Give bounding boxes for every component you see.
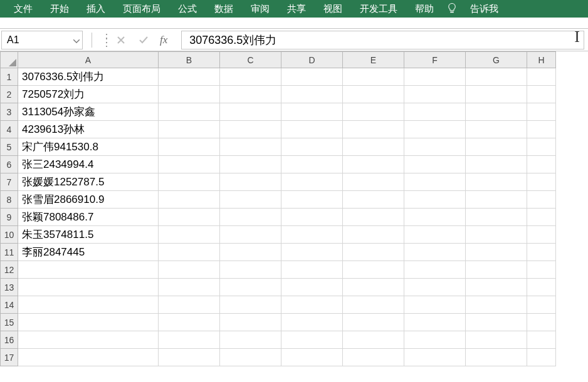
cell-H10[interactable] [527,226,556,244]
cell-H15[interactable] [527,314,556,331]
fx-label[interactable]: fx [160,34,167,46]
cell-G5[interactable] [466,138,527,156]
cell-B13[interactable] [159,279,220,296]
select-all-corner[interactable] [1,52,18,68]
cell-E10[interactable] [343,226,404,244]
cell-F10[interactable] [404,226,466,244]
ribbon-tab-0[interactable]: 文件 [5,0,41,18]
cell-A7[interactable]: 张媛媛1252787.5 [18,173,159,191]
col-header-B[interactable]: B [159,52,220,68]
cell-G4[interactable] [466,121,527,138]
cell-D4[interactable] [281,121,343,138]
cell-F9[interactable] [404,209,466,226]
cell-F15[interactable] [404,314,466,331]
cell-H13[interactable] [527,279,556,296]
cell-A13[interactable] [18,279,159,296]
cell-C4[interactable] [220,121,281,138]
cell-H3[interactable] [527,103,556,121]
cell-A1[interactable]: 3076336.5刘伟力 [18,68,159,86]
cell-A10[interactable]: 朱玉3574811.5 [18,226,159,244]
cell-B9[interactable] [159,209,220,226]
cell-H8[interactable] [527,191,556,209]
formula-input[interactable] [189,33,576,46]
cell-D5[interactable] [281,138,343,156]
row-header-3[interactable]: 3 [1,103,18,121]
cell-D10[interactable] [281,226,343,244]
cell-F3[interactable] [404,103,466,121]
row-header-11[interactable]: 11 [1,244,18,261]
tell-me-tab[interactable]: 告诉我 [461,0,507,18]
cell-A17[interactable] [18,349,159,366]
cell-E1[interactable] [343,68,404,86]
row-header-5[interactable]: 5 [1,138,18,156]
cell-C14[interactable] [220,296,281,314]
cell-C3[interactable] [220,103,281,121]
cell-A6[interactable]: 张三2434994.4 [18,156,159,173]
cell-E11[interactable] [343,244,404,261]
cell-C2[interactable] [220,86,281,103]
cell-F7[interactable] [404,173,466,191]
cell-D6[interactable] [281,156,343,173]
cell-E8[interactable] [343,191,404,209]
cell-C8[interactable] [220,191,281,209]
row-header-6[interactable]: 6 [1,156,18,173]
cell-C10[interactable] [220,226,281,244]
cell-F4[interactable] [404,121,466,138]
col-header-D[interactable]: D [281,52,343,68]
cell-B1[interactable] [159,68,220,86]
cell-E2[interactable] [343,86,404,103]
cell-E16[interactable] [343,331,404,349]
cell-E14[interactable] [343,296,404,314]
cell-B2[interactable] [159,86,220,103]
col-header-C[interactable]: C [220,52,281,68]
row-header-12[interactable]: 12 [1,261,18,279]
cell-A16[interactable] [18,331,159,349]
cell-D12[interactable] [281,261,343,279]
cell-D13[interactable] [281,279,343,296]
cancel-icon[interactable] [115,34,127,46]
cell-A14[interactable] [18,296,159,314]
cell-F2[interactable] [404,86,466,103]
row-header-4[interactable]: 4 [1,121,18,138]
cell-G16[interactable] [466,331,527,349]
ribbon-tab-1[interactable]: 开始 [41,0,78,18]
cell-H5[interactable] [527,138,556,156]
cell-F6[interactable] [404,156,466,173]
row-header-14[interactable]: 14 [1,296,18,314]
cell-F13[interactable] [404,279,466,296]
cell-H7[interactable] [527,173,556,191]
cell-C13[interactable] [220,279,281,296]
cell-G17[interactable] [466,349,527,366]
row-header-8[interactable]: 8 [1,191,18,209]
cell-H4[interactable] [527,121,556,138]
cell-B6[interactable] [159,156,220,173]
cell-C17[interactable] [220,349,281,366]
cell-G13[interactable] [466,279,527,296]
cell-H12[interactable] [527,261,556,279]
cell-G6[interactable] [466,156,527,173]
cell-B10[interactable] [159,226,220,244]
cell-A3[interactable]: 3113054孙家鑫 [18,103,159,121]
cell-G10[interactable] [466,226,527,244]
ribbon-tab-10[interactable]: 帮助 [406,0,443,18]
cell-D17[interactable] [281,349,343,366]
ribbon-tab-6[interactable]: 审阅 [242,0,278,18]
cell-F1[interactable] [404,68,466,86]
cell-E4[interactable] [343,121,404,138]
cell-A2[interactable]: 7250572刘力 [18,86,159,103]
cell-E13[interactable] [343,279,404,296]
cell-H17[interactable] [527,349,556,366]
cell-H9[interactable] [527,209,556,226]
cell-A9[interactable]: 张颖7808486.7 [18,209,159,226]
cell-D2[interactable] [281,86,343,103]
cell-B12[interactable] [159,261,220,279]
cell-G12[interactable] [466,261,527,279]
cell-B5[interactable] [159,138,220,156]
cell-B3[interactable] [159,103,220,121]
ribbon-tab-7[interactable]: 共享 [278,0,315,18]
cell-D1[interactable] [281,68,343,86]
cell-C12[interactable] [220,261,281,279]
cell-B8[interactable] [159,191,220,209]
col-header-H[interactable]: H [527,52,556,68]
cell-G2[interactable] [466,86,527,103]
